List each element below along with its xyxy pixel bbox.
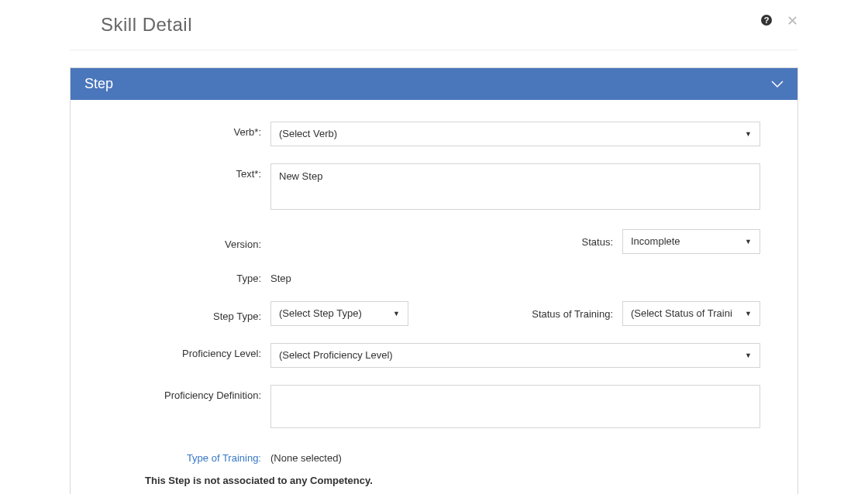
panel-header-title: Step [84, 76, 113, 92]
text-input[interactable] [270, 163, 760, 210]
row-version-status: Version: Status: Incomplete [145, 229, 760, 254]
panel-body: Verb*: (Select Verb) Text*: Version: [71, 100, 797, 494]
label-type-training[interactable]: Type of Training: [145, 448, 270, 464]
label-type: Type: [145, 268, 270, 284]
status-select[interactable]: Incomplete [622, 229, 760, 254]
header-actions: ? ✕ [760, 14, 798, 29]
row-prof-level: Proficiency Level: (Select Proficiency L… [145, 343, 760, 368]
svg-text:?: ? [764, 15, 770, 25]
panel-header[interactable]: Step [71, 68, 797, 100]
label-status: Status: [582, 236, 622, 248]
divider [70, 50, 798, 50]
label-prof-def: Proficiency Definition: [145, 385, 270, 401]
prof-level-select[interactable]: (Select Proficiency Level) [270, 343, 760, 368]
row-steptype-statustraining: Step Type: (Select Step Type) Status of … [145, 301, 760, 326]
chevron-down-icon[interactable] [771, 78, 784, 91]
step-panel: Step Verb*: (Select Verb) Text*: [70, 67, 798, 494]
close-icon[interactable]: ✕ [787, 14, 798, 29]
step-type-select[interactable]: (Select Step Type) [270, 301, 408, 326]
label-verb: Verb*: [145, 122, 270, 138]
label-prof-level: Proficiency Level: [145, 343, 270, 359]
row-type: Type: Step [145, 268, 760, 284]
row-type-training: Type of Training: (None selected) [145, 448, 760, 464]
prof-def-input[interactable] [270, 385, 760, 428]
label-version: Version: [145, 234, 270, 250]
label-step-type: Step Type: [145, 306, 270, 322]
row-verb: Verb*: (Select Verb) [145, 122, 760, 146]
label-status-training: Status of Training: [532, 308, 622, 320]
type-value: Step [270, 268, 291, 284]
competency-note: This Step is not associated to any Compe… [145, 475, 760, 486]
row-text: Text*: [145, 163, 760, 212]
label-text: Text*: [145, 163, 270, 180]
verb-select[interactable]: (Select Verb) [270, 122, 760, 146]
row-prof-def: Proficiency Definition: [145, 385, 760, 431]
type-training-value: (None selected) [270, 448, 342, 464]
skill-detail-page: ? ✕ Skill Detail Step Verb*: (Select Ver… [0, 0, 868, 494]
help-icon[interactable]: ? [760, 14, 773, 29]
status-training-select[interactable]: (Select Status of Traini [622, 301, 760, 326]
page-title: Skill Detail [101, 14, 798, 36]
